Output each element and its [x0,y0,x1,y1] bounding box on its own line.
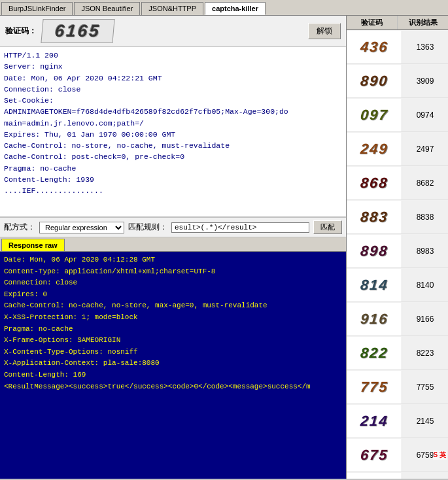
captcha-list-image: 868 [347,167,402,199]
raw-response-line: X-XSS-Protection: 1; mode=block [4,312,342,324]
raw-response-line: Content-Type: application/xhtml+xml;char… [4,266,342,278]
captcha-list-image: 787 [347,473,402,479]
captcha-list-result: 8838 [402,211,448,223]
captcha-list-image: 916 [347,303,402,335]
captcha-list-image-text: 868 [360,175,389,192]
tab-json-beautifier[interactable]: JSON Beautifier [74,2,140,15]
match-rule-input[interactable] [171,222,309,233]
right-panel-header: 验证码 识别结果 [347,16,448,30]
raw-response-line: Date: Mon, 06 Apr 2020 04:12:28 GMT [4,254,342,266]
captcha-list-image-text: 249 [360,141,389,158]
captcha-list-image: 249 [347,133,402,165]
http-response-line: Date: Mon, 06 Apr 2020 04:22:21 GMT [4,73,342,84]
captcha-list-image-text: 097 [360,107,389,124]
captcha-list-result: 1363 [402,41,448,53]
captcha-list-item: 8988983 [347,234,448,268]
captcha-list-image: 814 [347,269,402,301]
captcha-list-image: 675 [347,439,402,471]
watermark: S 英 [433,451,447,460]
captcha-list-image-text: 822 [360,345,389,362]
captcha-list-image-text: 436 [360,39,389,56]
match-config-row: 配方式： Regular expressionSimple string 匹配规… [0,217,346,237]
match-mode-label: 配方式： [4,222,35,233]
captcha-list-result: 8983 [402,245,448,257]
match-rule-label: 匹配规则： [128,222,167,233]
captcha-list-image: 436 [347,31,402,63]
captcha-list-image: 214 [347,405,402,437]
captcha-list-item: 8903909 [347,64,448,98]
raw-response-line: Cache-Control: no-cache, no-store, max-a… [4,300,342,312]
captcha-list-image-text: 883 [360,209,389,226]
captcha-list-result: 2497 [402,143,448,155]
captcha-list-image-text: 814 [360,277,389,294]
tab-burp-js-link-finder[interactable]: BurpJSLinkFinder [1,2,73,15]
raw-response-line: X-Content-Type-Options: nosniff [4,347,342,358]
tab-captcha-killer[interactable]: captcha-killer [205,2,266,15]
captcha-list-image: 883 [347,201,402,233]
captcha-list-item: 2492497 [347,132,448,166]
http-response-line: Expires: Thu, 01 Jan 1970 00:00:00 GMT [4,129,342,140]
http-response-line: Cache-Control: no-store, no-cache, must-… [4,140,342,151]
captcha-list-item: 2142145 [347,404,448,438]
captcha-list-item: 7877879 [347,472,448,479]
http-response-line: Connection: close [4,84,342,95]
http-response-area: HTTP/1.1 200Server: nginxDate: Mon, 06 A… [0,47,346,217]
captcha-list-item: 8838838 [347,200,448,234]
captcha-list-image-text: 675 [360,447,389,464]
right-panel: 验证码 识别结果 4361363890390909709742492497868… [347,16,448,479]
http-response-line: ....IEF............... [4,185,342,196]
http-response-line: HTTP/1.1 200 [4,50,342,61]
raw-response-line: X-Application-Context: pla-sale:8080 [4,358,342,369]
left-panel: 验证码： 6165 解锁 HTTP/1.1 200Server: nginxDa… [0,16,347,479]
http-response-line: main=admin.jr.lenovo.com;path=/ [4,118,342,129]
captcha-list-item: 9169166 [347,302,448,336]
tab-bar: BurpJSLinkFinder JSON Beautifier JSON&HT… [0,0,448,16]
captcha-list-item: 0970974 [347,98,448,132]
captcha-image: 6165 [41,19,114,43]
raw-response-line: Pragma: no-cache [4,324,342,335]
captcha-list-result: 8682 [402,177,448,189]
match-button[interactable]: 匹配 [313,220,342,234]
match-mode-select[interactable]: Regular expressionSimple string [39,222,124,233]
captcha-list-item: 7757755 [347,370,448,404]
captcha-list-result: 3909 [402,75,448,87]
captcha-list-result: 8223 [402,347,448,359]
raw-response-line: Expires: 0 [4,289,342,301]
captcha-list-image: 097 [347,99,402,131]
captcha-section: 验证码： 6165 解锁 [0,16,346,47]
captcha-list-result: 8140 [402,279,448,291]
right-header-captcha: 验证码 [347,16,398,29]
captcha-list-image-text: 890 [360,73,389,90]
http-response-line: ADMINIMAGETOKEN=f768d4de4dfb426589f82cd6… [4,106,342,117]
captcha-list-item: 4361363 [347,30,448,64]
http-response-line: Cache-Control: post-check=0, pre-check=0 [4,151,342,162]
captcha-list-item: 6756759S 英 [347,438,448,472]
captcha-list-image: 822 [347,337,402,369]
captcha-list-result: 9166 [402,313,448,325]
captcha-list-image-text: 916 [360,311,389,328]
captcha-list-result: 0974 [402,109,448,121]
http-response-line: Server: nginx [4,61,342,72]
raw-response-line: Content-Length: 169 [4,369,342,381]
right-header-result: 识别结果 [398,16,448,29]
raw-response-line: <ResultMessage><success>true</success><c… [4,381,342,393]
captcha-list-result: 2145 [402,415,448,427]
response-tab-bar: Response raw [0,237,346,252]
tab-json-httpp[interactable]: JSON&HTTPP [141,2,203,15]
captcha-list-result: 6759S 英 [402,449,448,461]
captcha-list: 4361363890390909709742492497868868288388… [347,30,448,479]
http-response-line: Set-Cookie: [4,95,342,106]
unlock-button[interactable]: 解锁 [308,23,341,39]
captcha-list-result: 7755 [402,381,448,393]
raw-response-line: X-Frame-Options: SAMEORIGIN [4,335,342,347]
captcha-label: 验证码： [5,26,37,37]
raw-response-content: Date: Mon, 06 Apr 2020 04:12:28 GMTConte… [0,252,346,479]
captcha-list-image-text: 214 [360,413,389,430]
captcha-list-item: 8688682 [347,166,448,200]
response-raw-tab[interactable]: Response raw [1,239,65,251]
http-response-line: Content-Length: 1939 [4,174,342,185]
main-content: 验证码： 6165 解锁 HTTP/1.1 200Server: nginxDa… [0,16,448,479]
captcha-list-item: 8148140 [347,268,448,302]
captcha-list-image-text: 775 [360,379,389,396]
captcha-list-image: 890 [347,65,402,97]
